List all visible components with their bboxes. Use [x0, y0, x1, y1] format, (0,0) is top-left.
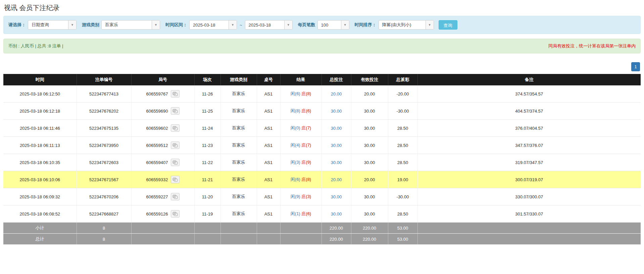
footer-label: 小计	[3, 223, 77, 234]
cell-session: 11-19	[194, 205, 220, 223]
date-to-select[interactable]: 2025-03-18 ▼	[245, 20, 293, 30]
round-snapshot-icon[interactable]	[171, 124, 180, 132]
round-number: 606559332	[146, 177, 168, 182]
cell-valid_bet: 20.00	[351, 171, 388, 188]
result-player: 闲(6)	[291, 177, 300, 182]
footer-empty-cell	[131, 234, 194, 245]
result-banker: 庄(7)	[301, 125, 311, 130]
table-row: 2025-03-18 06:12:18522347676202606559690…	[3, 103, 641, 120]
cell-valid_bet: 30.00	[351, 154, 388, 171]
cell-game: 百家乐	[220, 171, 257, 188]
cell-game: 百家乐	[220, 103, 257, 120]
total-bet-link[interactable]: 30.00	[331, 160, 342, 165]
result-player: 闲(9)	[291, 194, 300, 199]
cell-time: 2025-03-18 06:12:18	[3, 103, 77, 120]
game-type-label: 游戏类别	[82, 22, 99, 28]
footer-valid-bet: 220.00	[351, 234, 388, 245]
cell-game: 百家乐	[220, 137, 257, 154]
page-size-label: 每页笔数	[298, 22, 315, 28]
cell-session: 11-22	[194, 154, 220, 171]
cell-result: 闲(1) 庄(6)	[280, 205, 321, 223]
round-snapshot-icon[interactable]	[171, 90, 180, 97]
round-snapshot-icon[interactable]	[171, 107, 180, 115]
result-banker: 庄(8)	[301, 177, 311, 182]
table-row: 2025-03-18 06:09:32522347670206606559227…	[3, 188, 641, 205]
date-separator: ~	[240, 23, 242, 28]
cell-payout: 28.50	[388, 205, 417, 223]
page-size-select[interactable]: 100 ▼	[317, 20, 349, 30]
cell-note: 330.07/300.07	[417, 188, 641, 205]
total-bet-link[interactable]: 30.00	[331, 126, 342, 131]
footer-total-bet: 220.00	[321, 223, 351, 234]
round-snapshot-icon[interactable]	[171, 159, 180, 166]
table-head: 时间注单编号局号场次游戏类别桌号结果总投注有效投注总派彩备注	[3, 74, 641, 85]
total-bet-link[interactable]: 20.00	[331, 91, 342, 96]
table-row: 2025-03-18 06:10:06522347671567606559332…	[3, 171, 641, 188]
cell-bet_id: 522347673950	[77, 137, 131, 154]
column-header-payout: 总派彩	[388, 74, 417, 85]
cell-payout: 28.50	[388, 137, 417, 154]
cell-result: 闲(8) 庄(6)	[280, 103, 321, 120]
footer-empty-cell	[280, 223, 321, 234]
cell-note: 300.07/319.07	[417, 171, 641, 188]
round-number: 606559767	[146, 91, 168, 96]
cell-bet_id: 522347677413	[77, 85, 131, 103]
query-type-select[interactable]: 日期查询 ▼	[28, 20, 77, 30]
cell-total_bet: 30.00	[321, 205, 351, 223]
total-bet-link[interactable]: 30.00	[331, 194, 342, 199]
cell-total_bet: 30.00	[321, 120, 351, 137]
pagination-top: 1	[3, 62, 640, 71]
cell-note: 374.57/354.57	[417, 85, 641, 103]
cell-payout: 28.50	[388, 154, 417, 171]
result-banker: 庄(9)	[301, 160, 311, 165]
cell-round_id: 606559602	[131, 120, 194, 137]
bet-records-table: 时间注单编号局号场次游戏类别桌号结果总投注有效投注总派彩备注 2025-03-1…	[3, 74, 641, 245]
sort-value: 降冪(由大到小)	[379, 21, 426, 29]
cell-round_id: 606559332	[131, 171, 194, 188]
cell-total_bet: 30.00	[321, 154, 351, 171]
cell-table_no: AS1	[257, 205, 280, 223]
date-to-value: 2025-03-18	[245, 21, 284, 29]
round-snapshot-icon[interactable]	[171, 193, 180, 200]
column-header-result: 结果	[280, 74, 321, 85]
search-button[interactable]: 查询	[439, 20, 457, 30]
cell-result: 闲(0) 庄(7)	[280, 120, 321, 137]
total-bet-link[interactable]: 30.00	[331, 211, 342, 217]
footer-empty-cell	[220, 223, 257, 234]
column-header-round_id: 局号	[131, 74, 194, 85]
footer-empty-cell	[417, 234, 641, 245]
page-1-button[interactable]: 1	[631, 62, 640, 71]
cell-valid_bet: 30.00	[351, 137, 388, 154]
result-player: 闲(8)	[291, 108, 300, 113]
total-bet-link[interactable]: 30.00	[331, 109, 342, 114]
cell-total_bet: 20.00	[321, 85, 351, 103]
total-bet-link[interactable]: 30.00	[331, 143, 342, 148]
cell-note: 376.07/404.57	[417, 120, 641, 137]
date-from-select[interactable]: 2025-03-18 ▼	[189, 20, 237, 30]
cell-valid_bet: 30.00	[351, 120, 388, 137]
round-snapshot-icon[interactable]	[171, 176, 180, 183]
notice-text: 同局有效投注，统一计算在该局第一张注单内	[548, 43, 636, 49]
select-type-label: 请选择：	[8, 22, 26, 28]
query-type-value: 日期查询	[28, 21, 68, 29]
cell-bet_id: 522347671567	[77, 171, 131, 188]
total-bet-link[interactable]: 20.00	[331, 177, 342, 182]
filter-bar: 请选择： 日期查询 ▼ 游戏类别 百家乐 ▼ 时间区间： 2025-03-18 …	[3, 16, 641, 34]
chevron-down-icon: ▼	[341, 21, 349, 29]
round-snapshot-icon[interactable]	[171, 142, 180, 149]
cell-time: 2025-03-18 06:11:46	[3, 120, 77, 137]
cell-game: 百家乐	[220, 154, 257, 171]
column-header-time: 时间	[3, 74, 77, 85]
result-player: 闲(3)	[291, 160, 300, 165]
sort-select[interactable]: 降冪(由大到小) ▼	[379, 20, 434, 30]
page-size-value: 100	[318, 21, 341, 29]
round-snapshot-icon[interactable]	[171, 210, 180, 218]
cell-note: 347.57/376.07	[417, 137, 641, 154]
cell-bet_id: 522347668827	[77, 205, 131, 223]
game-type-select[interactable]: 百家乐 ▼	[101, 20, 160, 30]
round-number: 606559690	[146, 109, 168, 114]
cell-round_id: 606559690	[131, 103, 194, 120]
cell-table_no: AS1	[257, 171, 280, 188]
footer-count: 8	[77, 234, 131, 245]
round-number: 606559512	[146, 143, 168, 148]
